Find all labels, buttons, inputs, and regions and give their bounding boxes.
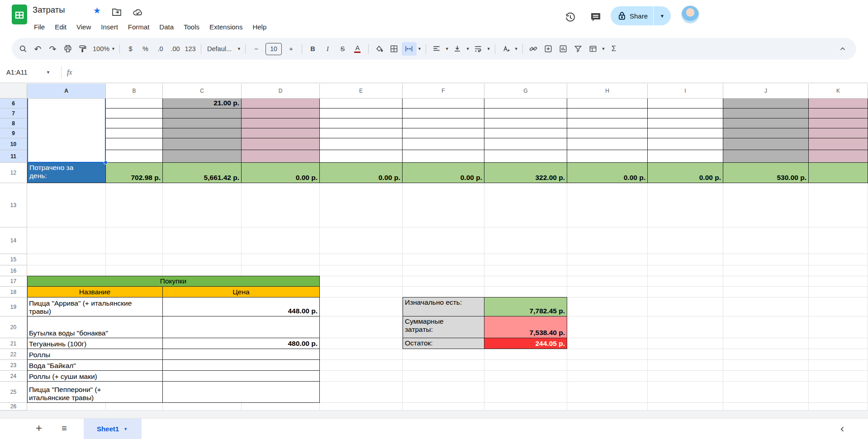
- cell-J14[interactable]: [723, 227, 809, 254]
- cell-H26[interactable]: [567, 403, 648, 411]
- cell-H21[interactable]: [567, 338, 648, 349]
- row-header-11[interactable]: 11: [0, 150, 27, 163]
- cell-C20[interactable]: [163, 316, 320, 338]
- cell-F17[interactable]: [403, 276, 484, 287]
- cell-I24[interactable]: [648, 371, 723, 382]
- cell-K11[interactable]: [809, 150, 868, 163]
- cell-H12[interactable]: 0.00 р.: [567, 163, 648, 183]
- cell-E10[interactable]: [320, 138, 403, 150]
- column-header-B[interactable]: B: [106, 84, 163, 99]
- row-header-24[interactable]: 24: [0, 371, 27, 382]
- cell-D9[interactable]: [242, 128, 320, 138]
- row-header-19[interactable]: 19: [0, 297, 27, 316]
- cell-H13[interactable]: [567, 183, 648, 227]
- cell-I22[interactable]: [648, 349, 723, 360]
- cell-G17[interactable]: [484, 276, 567, 287]
- column-header-E[interactable]: E: [320, 84, 403, 99]
- cell-E14[interactable]: [320, 227, 403, 254]
- cell-E17[interactable]: [320, 276, 403, 287]
- column-header-J[interactable]: J: [723, 84, 809, 99]
- cell-K15[interactable]: [809, 254, 868, 265]
- cell-K7[interactable]: [809, 109, 868, 118]
- cell-G26[interactable]: [484, 403, 567, 411]
- cell-F8[interactable]: [403, 118, 484, 128]
- column-header-C[interactable]: C: [163, 84, 242, 99]
- summary-value-21[interactable]: 244.05 р.: [484, 338, 567, 349]
- cell-A20[interactable]: Бутылка воды "бонаква": [27, 316, 163, 338]
- cell-I8[interactable]: [648, 118, 723, 128]
- cell-I11[interactable]: [648, 150, 723, 163]
- row-header-20[interactable]: 20: [0, 316, 27, 338]
- cell-C19[interactable]: 448.00 р.: [163, 297, 320, 316]
- cell-J16[interactable]: [723, 265, 809, 276]
- cell-H22[interactable]: [567, 349, 648, 360]
- cell-K24[interactable]: [809, 371, 868, 382]
- cell-E19[interactable]: [320, 297, 403, 316]
- cell-B9[interactable]: [106, 128, 163, 138]
- cell-F23[interactable]: [403, 360, 484, 371]
- cell-I6[interactable]: [648, 99, 723, 109]
- cell-H17[interactable]: [567, 276, 648, 287]
- row-header-13[interactable]: 13: [0, 183, 27, 227]
- cell-I15[interactable]: [648, 254, 723, 265]
- cell-C12[interactable]: 5,661.42 р.: [163, 163, 242, 183]
- cell-G25[interactable]: [484, 382, 567, 403]
- cell-K14[interactable]: [809, 227, 868, 254]
- cell-B11[interactable]: [106, 150, 163, 163]
- cell-K26[interactable]: [809, 403, 868, 411]
- cell-A25[interactable]: Пицца "Пепперони" (+ итальянские травы): [27, 382, 163, 403]
- cell-J26[interactable]: [723, 403, 809, 411]
- cell-E7[interactable]: [320, 109, 403, 118]
- cell-F25[interactable]: [403, 382, 484, 403]
- cell-I18[interactable]: [648, 287, 723, 297]
- cell-F6[interactable]: [403, 99, 484, 109]
- cell-B12[interactable]: 702.98 р.: [106, 163, 163, 183]
- cell-A24[interactable]: Роллы (+ суши маки): [27, 371, 163, 382]
- cell-A23[interactable]: Вода "Байкал": [27, 360, 163, 371]
- cell-D26[interactable]: [242, 403, 320, 411]
- cell-H25[interactable]: [567, 382, 648, 403]
- cell-D16[interactable]: [242, 265, 320, 276]
- cell-H14[interactable]: [567, 227, 648, 254]
- cell-F7[interactable]: [403, 109, 484, 118]
- cell-C11[interactable]: [163, 150, 242, 163]
- cell-E8[interactable]: [320, 118, 403, 128]
- cell-A19[interactable]: Пицца "Аррива" (+ итальянские травы): [27, 297, 163, 316]
- cell-K25[interactable]: [809, 382, 868, 403]
- cell-J18[interactable]: [723, 287, 809, 297]
- cell-D11[interactable]: [242, 150, 320, 163]
- fill-handle[interactable]: [104, 160, 108, 165]
- cell-B8[interactable]: [106, 118, 163, 128]
- cell-H7[interactable]: [567, 109, 648, 118]
- cell-F22[interactable]: [403, 349, 484, 360]
- cell-H24[interactable]: [567, 371, 648, 382]
- cell-C18-price-header[interactable]: Цена: [163, 287, 320, 297]
- cell-I14[interactable]: [648, 227, 723, 254]
- row-header-15[interactable]: 15: [0, 254, 27, 265]
- cell-I19[interactable]: [648, 297, 723, 316]
- cell-I10[interactable]: [648, 138, 723, 150]
- cell-J24[interactable]: [723, 371, 809, 382]
- cell-F24[interactable]: [403, 371, 484, 382]
- cell-F16[interactable]: [403, 265, 484, 276]
- cell-A17-purchases-title[interactable]: Покупки: [27, 276, 320, 287]
- row-header-26[interactable]: 26: [0, 403, 27, 411]
- cell-K22[interactable]: [809, 349, 868, 360]
- cell-F18[interactable]: [403, 287, 484, 297]
- cell-H9[interactable]: [567, 128, 648, 138]
- cell-B26[interactable]: [106, 403, 163, 411]
- row-header-10[interactable]: 10: [0, 138, 27, 150]
- collapse-panel-icon[interactable]: ‹: [840, 422, 844, 435]
- cell-E9[interactable]: [320, 128, 403, 138]
- cell-K6[interactable]: [809, 99, 868, 109]
- cell-J19[interactable]: [723, 297, 809, 316]
- cell-B13[interactable]: [106, 183, 163, 227]
- cell-I12[interactable]: 0.00 р.: [648, 163, 723, 183]
- cell-G11[interactable]: [484, 150, 567, 163]
- cell-J7[interactable]: [723, 109, 809, 118]
- cell-E25[interactable]: [320, 382, 403, 403]
- cell-H15[interactable]: [567, 254, 648, 265]
- cell-I25[interactable]: [648, 382, 723, 403]
- cell-C7[interactable]: [163, 109, 242, 118]
- cell-G6[interactable]: [484, 99, 567, 109]
